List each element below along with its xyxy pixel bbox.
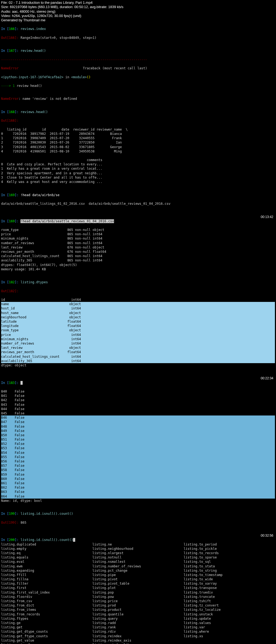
completion-item[interactable]: listing.to_timestamp [184,573,275,577]
completion-item[interactable]: listing.fillna [1,577,92,581]
code[interactable]: listing.dtypes [20,280,48,284]
arrow: ----> [1,84,13,88]
completion-item[interactable]: listing.pop [92,590,184,595]
out-num: 199 [9,521,15,524]
completion-item[interactable]: listing.filter [1,581,92,586]
completion-item[interactable]: listing.query [92,616,184,621]
in-prompt: In [ [1,27,9,31]
completion-item[interactable]: listing.var [184,625,275,629]
completion-item[interactable]: listing.to_pickle [184,547,275,551]
completion-item[interactable]: listing.update [184,616,275,621]
completion-item[interactable]: listing.xs [184,634,275,638]
completion-item[interactable]: listing.pivot [92,577,184,581]
in-close: ]: [15,193,21,197]
completion-item[interactable]: listing.duplicated [1,542,92,547]
completion-item[interactable]: listing.to_xarray [184,581,275,586]
completion-item[interactable]: listing.to_wide [184,577,275,581]
completion-item[interactable]: listing.plot [92,586,184,590]
completion-item[interactable]: listing.ewm [1,564,92,568]
completion-item[interactable]: listing.get_values [1,643,92,644]
out-val: 865 [20,521,26,524]
completion-item[interactable]: listing.pct_change [92,568,184,573]
completion-item[interactable]: listing.equals [1,555,92,560]
completion-item[interactable]: listing.tz_convert [184,603,275,608]
code[interactable]: review.head() [20,49,46,53]
in-num: 182 [9,280,15,284]
completion-item[interactable]: listing.rank [92,625,184,629]
completion-item[interactable]: listing.to_string [184,568,275,573]
in-prompt: In [ [1,219,9,223]
out-close: ]: [15,36,21,40]
completion-item[interactable]: listing.notnull [92,555,184,560]
completion-item[interactable]: listing.nlargest [92,551,184,555]
completion-item[interactable]: listing.prod [92,603,184,608]
completion-item[interactable]: listing.ne [92,542,184,547]
completion-item[interactable]: listing.unstack [184,612,275,616]
completion-item[interactable]: listing.empty [1,547,92,551]
in-num: 200 [9,538,15,542]
traceback-label: Traceback (most recent call last) [19,66,147,70]
error-name2: NameError [1,97,19,101]
completion-item[interactable]: listing.to_sparse [184,555,275,560]
code[interactable]: listing.id.isnull().count() [20,512,73,516]
completion-item[interactable]: listing.quantile [92,612,184,616]
completion-item[interactable]: listing.number_of_reviews [92,564,184,568]
completion-item[interactable]: listing.values [184,621,275,625]
cell-183: 00:22:34 In [183]: 840 False 841 False 8… [1,372,275,415]
completion-item[interactable]: listing.reindex_like [92,643,184,644]
completion-item[interactable]: listing.pipe [92,573,184,577]
completion-item[interactable]: listing.neighbourhood [92,547,184,551]
completion-item[interactable]: listing.reindex [92,634,184,638]
code[interactable]: listing.id.isnull().count() [20,538,73,542]
completion-item[interactable]: listing.from_records [1,612,92,616]
completion-item[interactable]: listing.tz_localize [184,608,275,612]
completion-item[interactable]: listing.from_csv [1,599,92,603]
code[interactable]: reviews.index [20,27,46,31]
completion-item[interactable]: listing.get_dtype_counts [1,629,92,634]
completion-item[interactable]: listing.rdiv [92,629,184,634]
shell-code-highlighted[interactable]: !head data/airbnb/seattle_reviews_01_04_… [20,219,114,223]
completion-item[interactable]: listing.from_items [1,608,92,612]
completion-item[interactable]: listing.pow [92,595,184,599]
cursor[interactable] [73,538,75,542]
completion-item[interactable]: listing.nsmallest [92,560,184,564]
completion-item[interactable]: listing.ffill [1,573,92,577]
cell-169b: 00:13:42 In [169]: !head data/airbnb/sea… [1,210,275,271]
error-msg: : name 'review' is not defined [19,97,77,101]
code[interactable]: reviews.head() [20,110,48,114]
completion-item[interactable]: listing.floordiv [1,595,92,599]
completion-item[interactable]: listing.get [1,625,92,629]
cell-182: In [182]: listing.dtypes Out[182]: id in… [1,276,275,302]
completion-item[interactable]: listing.eq [1,551,92,555]
in-prompt: In [ [1,110,9,114]
completion-item[interactable]: listing.first [1,586,92,590]
in-num: 183 [9,381,15,385]
completion-item[interactable]: listing.price [92,599,184,603]
completion-item[interactable]: listing.to_records [184,551,275,555]
cursor[interactable] [20,381,22,385]
completion-item[interactable]: listing.from_dict [1,603,92,608]
completion-item[interactable]: listing.tshift [184,599,275,603]
completion-item[interactable]: listing.to_period [184,542,275,547]
completion-item[interactable]: listing.ftypes [1,616,92,621]
completion-item[interactable]: listing.first_valid_index [1,590,92,595]
completion-item[interactable]: listing.expanding [1,568,92,573]
completion-item[interactable]: listing.get_value [1,638,92,643]
completion-item[interactable]: listing.where [184,629,275,634]
dataframe-output: listing_id id date reviewer_id reviewer_… [1,128,128,184]
completion-item[interactable]: listing.to_sql [184,560,275,564]
shell-code[interactable]: !head data/airbnb/se [20,193,60,197]
completion-item[interactable]: listing.truncate [184,595,275,599]
completion-item[interactable]: listing.truediv [184,590,275,595]
completion-item[interactable]: listing.ge [1,621,92,625]
completion-item[interactable]: listing.get_ftype_counts [1,634,92,638]
selected-dtypes: name object host_id int64 host_name obje… [1,302,275,363]
completion-item[interactable]: listing.pivot_table [92,581,184,586]
completion-item[interactable]: listing.eval [1,560,92,564]
completion-item[interactable]: listing.to_stata [184,564,275,568]
out-prompt: Out[ [1,289,9,293]
completion-item[interactable]: listing.transpose [184,586,275,590]
completion-item[interactable]: listing.reindex_axis [92,638,184,643]
completion-item[interactable]: listing.radd [92,621,184,625]
completion-item[interactable]: listing.product [92,608,184,612]
